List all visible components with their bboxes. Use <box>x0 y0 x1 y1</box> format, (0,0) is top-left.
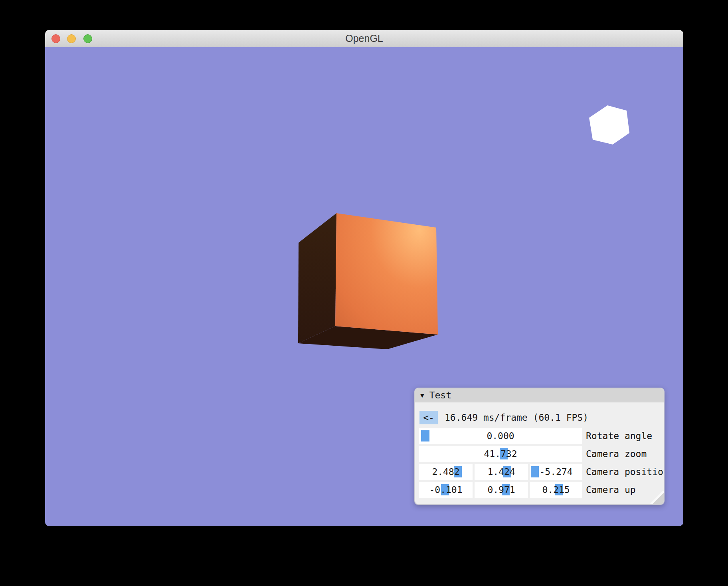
camera-position-z-value: -5.274 <box>539 467 572 477</box>
camera-position-y-value: 1.424 <box>487 467 515 477</box>
rotate-angle-slider[interactable]: 0.000 <box>419 428 582 444</box>
cube-front-face <box>335 213 438 335</box>
camera-position-x-input[interactable]: 2.482 <box>419 464 473 480</box>
minimize-button[interactable] <box>67 34 76 43</box>
collapse-triangle-icon[interactable]: ▼ <box>420 388 424 402</box>
camera-position-x-value: 2.482 <box>432 467 459 477</box>
rotate-angle-label: Rotate angle <box>586 428 652 444</box>
camera-up-x-value: -0.101 <box>429 485 462 495</box>
panel-title: Test <box>429 388 451 402</box>
camera-up-y-input[interactable]: 0.971 <box>475 482 528 498</box>
camera-up-x-input[interactable]: -0.101 <box>419 482 473 498</box>
zoom-button[interactable] <box>83 34 92 43</box>
window-title: OpenGL <box>45 30 683 47</box>
screenshot-root: { "window": { "title": "OpenGL" }, "scen… <box>0 0 728 586</box>
light-hexagon <box>589 105 629 145</box>
camera-up-y-value: 0.971 <box>487 485 515 495</box>
camera-position-label: Camera position <box>586 464 665 480</box>
rotate-angle-row: 0.000 Rotate angle <box>415 428 664 444</box>
camera-zoom-row: 41.732 Camera zoom <box>415 446 664 462</box>
slider-grab-handle[interactable] <box>421 430 429 441</box>
resize-grip[interactable] <box>650 491 664 504</box>
window-titlebar[interactable]: OpenGL <box>45 30 683 47</box>
fps-readout: 16.649 ms/frame (60.1 FPS) <box>445 411 588 424</box>
camera-zoom-label: Camera zoom <box>586 446 647 462</box>
close-button[interactable] <box>51 34 60 43</box>
camera-up-row: -0.101 0.971 0.215 Camera up <box>415 482 664 498</box>
cube-left-face <box>298 213 336 343</box>
rotate-angle-value: 0.000 <box>487 431 514 441</box>
fps-row: <- 16.649 ms/frame (60.1 FPS) <box>415 411 664 424</box>
camera-up-label: Camera up <box>586 482 636 498</box>
back-button[interactable]: <- <box>419 411 438 424</box>
camera-zoom-value: 41.732 <box>484 449 517 459</box>
panel-header[interactable]: ▼ Test <box>415 388 664 402</box>
text-cursor <box>531 466 539 477</box>
camera-position-row: 2.482 1.424 -5.274 Camera position <box>415 464 664 480</box>
camera-zoom-input[interactable]: 41.732 <box>419 446 582 462</box>
opengl-window: OpenGL <box>45 30 683 526</box>
gl-viewport[interactable]: ▼ Test <- 16.649 ms/frame (60.1 FPS) 0.0… <box>45 47 683 526</box>
camera-up-z-value: 0.215 <box>542 485 570 495</box>
camera-position-y-input[interactable]: 1.424 <box>475 464 528 480</box>
camera-position-z-input[interactable]: -5.274 <box>530 464 582 480</box>
camera-up-z-input[interactable]: 0.215 <box>530 482 582 498</box>
imgui-panel-test: ▼ Test <- 16.649 ms/frame (60.1 FPS) 0.0… <box>414 388 665 505</box>
